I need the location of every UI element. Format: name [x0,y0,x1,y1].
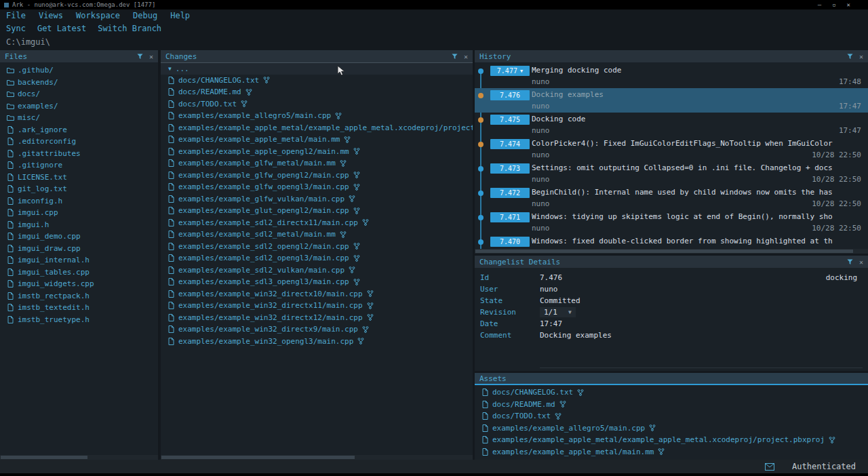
changelist-version-badge[interactable]: 7.472 ▼ [490,188,530,198]
history-panel-header: History ✕ [475,50,868,62]
change-item[interactable]: examples/example_glfw_metal/main.mm [161,157,473,170]
changelist-version-badge[interactable]: 7.477 ▼ [490,66,530,76]
filter-icon[interactable] [137,54,143,60]
menu-item[interactable]: Debug [133,11,157,20]
asset-item[interactable]: examples/example_apple_metal/main.mm [475,446,868,458]
history-entry[interactable]: 7.475 ▼ Docking code nuno 17:47 [475,113,868,137]
file-tree-item[interactable]: docs/ [0,88,158,100]
toolbar-button[interactable]: Switch Branch [98,24,161,33]
commit-author: nuno [532,126,550,135]
file-tree-item[interactable]: .gitignore [0,159,158,172]
history-entry[interactable]: 7.472 ▼ BeginChild(): Internal name used… [475,186,868,210]
file-tree-item[interactable]: .github/ [0,64,158,77]
menu-item[interactable]: Help [170,11,190,20]
change-item[interactable]: docs/README.md [161,86,473,98]
change-item[interactable]: examples/example_win32_directx12/main.cp… [161,312,473,324]
close-icon[interactable]: ✕ [464,53,468,60]
mail-icon[interactable] [765,463,774,471]
file-tree-item[interactable]: .gitattributes [0,148,158,160]
changelist-version-badge[interactable]: 7.471 ▼ [490,212,530,222]
changelist-version-badge[interactable]: 7.470 ▼ [490,237,530,247]
changes-hscrollbar[interactable] [161,455,473,460]
change-item[interactable]: examples/example_sdl2_opengl2/main.cpp [161,241,473,253]
asset-item[interactable]: examples/example_apple_metal/example_app… [475,434,868,446]
changelist-date: 17:47 [540,319,562,329]
asset-item[interactable]: docs/README.md [475,399,868,411]
asset-path: docs/CHANGELOG.txt [492,388,573,397]
commit-time: 17:47 [839,102,861,111]
close-icon[interactable]: ✕ [859,53,863,60]
file-tree-item[interactable]: imstb_textedit.h [0,302,158,314]
change-item[interactable]: examples/example_glut_opengl2/main.cpp [161,205,473,217]
change-item[interactable]: examples/example_apple_opengl2/main.mm [161,146,473,158]
changes-root-row[interactable]: ▼ ... [161,62,473,75]
change-item[interactable]: examples/example_win32_directx11/main.cp… [161,300,473,312]
file-tree-item[interactable]: git_log.txt [0,183,158,195]
change-item[interactable]: examples/example_glfw_opengl2/main.cpp [161,170,473,182]
history-hscrollbar[interactable] [475,249,868,254]
file-tree-item[interactable]: examples/ [0,100,158,113]
file-tree-item[interactable]: .ark_ignore [0,124,158,136]
file-tree-item[interactable]: imgui_tables.cpp [0,266,158,279]
changelist-version-badge[interactable]: 7.475 ▼ [490,115,530,125]
change-item[interactable]: examples/example_apple_metal/example_app… [161,122,473,134]
minimize-button[interactable]: – [818,1,821,8]
change-item[interactable]: docs/CHANGELOG.txt [161,75,473,87]
asset-item[interactable]: docs/CHANGELOG.txt [475,386,868,399]
file-tree-item[interactable]: imstb_rectpack.h [0,290,158,302]
filter-icon[interactable] [847,54,853,60]
file-tree-item[interactable]: backends/ [0,77,158,89]
close-button[interactable]: ✕ [847,1,850,8]
toolbar-button[interactable]: Sync [6,24,26,33]
history-entry[interactable]: 7.471 ▼ Windows: tidying up skipitems lo… [475,210,868,235]
revision-dropdown[interactable]: 1/1 ▼ [540,307,576,317]
history-entry[interactable]: 7.474 ▼ ColorPicker4(): Fixed ImGuiColor… [475,137,868,161]
changelist-version-badge[interactable]: 7.476 ▼ [490,90,530,100]
file-tree-item[interactable]: imstb_truetype.h [0,314,158,326]
toolbar-button[interactable]: Get Latest [37,24,86,33]
menu-item[interactable]: Workspace [76,11,120,20]
file-tree-item[interactable]: imgui_internal.h [0,254,158,266]
change-item[interactable]: examples/example_win32_directx10/main.cp… [161,288,473,300]
file-tree-item[interactable]: misc/ [0,112,158,124]
menu-item[interactable]: File [6,11,26,20]
change-item[interactable]: examples/example_sdl2_directx11/main.cpp [161,217,473,229]
change-item[interactable]: examples/example_glfw_opengl3/main.cpp [161,181,473,193]
history-entry[interactable]: 7.473 ▼ Settings: omit outputing Collaps… [475,161,868,186]
commit-author: nuno [532,102,550,111]
history-entry[interactable]: 7.477 ▼ Merging docking code nuno 17:48 [475,64,868,88]
files-hscrollbar[interactable] [0,455,158,460]
change-item[interactable]: examples/example_sdl2_opengl3/main.cpp [161,252,473,264]
change-item[interactable]: examples/example_glfw_vulkan/main.cpp [161,193,473,205]
branch-icon [348,266,356,273]
file-tree-item[interactable]: imgui_draw.cpp [0,243,158,255]
history-entry[interactable]: 7.476 ▼ Docking examples nuno 17:47 [475,88,868,113]
file-tree-item[interactable]: imgui.cpp [0,207,158,219]
changelist-version-badge[interactable]: 7.474 ▼ [490,139,530,149]
change-item[interactable]: examples/example_sdl2_vulkan/main.cpp [161,264,473,277]
assets-list: docs/CHANGELOG.txt docs/README.md [475,385,868,458]
menu-item[interactable]: Views [39,11,63,20]
file-tree-item[interactable]: .editorconfig [0,136,158,148]
change-item[interactable]: examples/example_sdl3_opengl3/main.cpp [161,276,473,288]
change-item[interactable]: examples/example_win32_opengl3/main.cpp [161,336,473,348]
changes-panel-title: Changes [165,52,197,61]
filter-icon[interactable] [847,259,853,265]
change-item[interactable]: examples/example_win32_directx9/main.cpp [161,323,473,336]
close-icon[interactable]: ✕ [859,258,863,266]
maximize-button[interactable]: ▫ [832,1,835,8]
file-tree-item[interactable]: imconfig.h [0,195,158,207]
change-item[interactable]: examples/example_allegro5/main.cpp [161,110,473,122]
asset-item[interactable]: docs/TODO.txt [475,410,868,422]
change-item[interactable]: docs/TODO.txt [161,98,473,111]
close-icon[interactable]: ✕ [149,53,153,60]
asset-item[interactable]: examples/example_allegro5/main.cpp [475,422,868,435]
change-item[interactable]: examples/example_apple_metal/main.mm [161,134,473,146]
changelist-version-badge[interactable]: 7.473 ▼ [490,163,530,174]
change-item[interactable]: examples/example_sdl2_metal/main.mm [161,229,473,241]
file-tree-item[interactable]: imgui_demo.cpp [0,231,158,243]
file-tree-item[interactable]: imgui.h [0,219,158,231]
filter-icon[interactable] [452,54,458,60]
file-tree-item[interactable]: imgui_widgets.cpp [0,278,158,290]
file-tree-item[interactable]: LICENSE.txt [0,172,158,184]
